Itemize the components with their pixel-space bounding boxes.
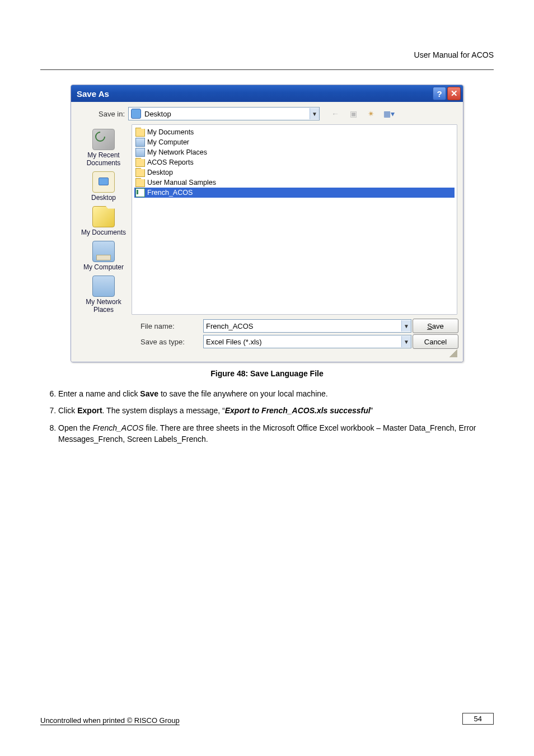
place-my-computer[interactable]: My Computer bbox=[78, 239, 129, 273]
place-my-documents[interactable]: My Documents bbox=[78, 204, 129, 239]
place-label: My Documents bbox=[81, 228, 126, 236]
file-list-item[interactable]: French_ACOS bbox=[134, 188, 455, 198]
filename-combobox[interactable]: French_ACOS ▼ bbox=[203, 319, 411, 333]
savetype-combobox[interactable]: Excel Files (*.xls) ▼ bbox=[203, 335, 411, 348]
file-list-item[interactable]: My Computer bbox=[134, 137, 455, 147]
chevron-down-icon[interactable]: ▼ bbox=[310, 108, 319, 119]
savein-combobox[interactable]: Desktop ▼ bbox=[128, 107, 320, 120]
instruction-step: Click Export. The system displays a mess… bbox=[58, 405, 494, 416]
folder-icon bbox=[135, 158, 145, 167]
instruction-list: Enter a name and click Save to save the … bbox=[45, 388, 494, 445]
chevron-down-icon[interactable]: ▼ bbox=[401, 336, 411, 347]
close-button[interactable]: ✕ bbox=[447, 87, 461, 100]
recent-docs-icon bbox=[92, 129, 115, 150]
place-label: My Computer bbox=[83, 263, 124, 271]
file-list-item[interactable]: Desktop bbox=[134, 167, 455, 178]
file-list-item-label: User Manual Samples bbox=[147, 179, 216, 186]
file-list-item-label: My Documents bbox=[147, 128, 194, 136]
file-list-item[interactable]: My Documents bbox=[134, 127, 455, 137]
network-icon bbox=[135, 148, 145, 157]
folder-icon bbox=[135, 168, 145, 177]
new-folder-icon[interactable]: ✴ bbox=[363, 106, 379, 121]
place-label: My Network Places bbox=[86, 298, 121, 314]
place-my-recent-documents[interactable]: My Recent Documents bbox=[78, 127, 129, 169]
place-label: My Recent Documents bbox=[87, 151, 121, 167]
dialog-titlebar: Save As ? ✕ bbox=[71, 85, 463, 102]
filename-value: French_ACOS bbox=[204, 322, 401, 330]
my-computer-icon bbox=[92, 241, 115, 262]
resize-grip-icon[interactable] bbox=[449, 349, 457, 357]
sysfolder-icon bbox=[135, 128, 145, 137]
savein-value: Desktop bbox=[143, 110, 310, 118]
file-list-item[interactable]: My Network Places bbox=[134, 147, 455, 157]
header-doc-title: User Manual for ACOS bbox=[40, 48, 494, 69]
figure-caption: Figure 48: Save Language File bbox=[40, 369, 494, 378]
places-bar: My Recent Documents Desktop My Documents… bbox=[76, 124, 132, 315]
document-page: User Manual for ACOS Save As ? ✕ Save in… bbox=[0, 0, 534, 756]
file-list-item[interactable]: ACOS Reports bbox=[134, 157, 455, 167]
desktop-icon bbox=[131, 109, 141, 119]
file-list-item-label: Desktop bbox=[147, 169, 173, 176]
dialog-title: Save As bbox=[77, 89, 432, 99]
save-button[interactable]: Save bbox=[413, 319, 458, 333]
cancel-button[interactable]: Cancel bbox=[413, 334, 458, 349]
file-list-item-label: My Network Places bbox=[147, 148, 207, 156]
place-label: Desktop bbox=[91, 194, 116, 202]
file-list-item-label: French_ACOS bbox=[147, 189, 193, 197]
chevron-down-icon[interactable]: ▼ bbox=[401, 320, 411, 332]
instruction-step: Enter a name and click Save to save the … bbox=[58, 388, 494, 399]
save-as-dialog: Save As ? ✕ Save in: Desktop ▼ ← ▣ ✴ ▦▾ bbox=[71, 85, 463, 362]
computer-icon bbox=[135, 138, 145, 147]
desktop-place-icon bbox=[92, 171, 115, 193]
file-list-item[interactable]: User Manual Samples bbox=[134, 178, 455, 188]
page-footer: Uncontrolled when printed © RISCO Group … bbox=[40, 713, 494, 725]
place-desktop[interactable]: Desktop bbox=[78, 169, 129, 204]
dialog-toolbar: ← ▣ ✴ ▦▾ bbox=[327, 106, 397, 121]
file-list[interactable]: My DocumentsMy ComputerMy Network Places… bbox=[132, 124, 457, 315]
savetype-label: Save as type: bbox=[132, 338, 203, 346]
page-number: 54 bbox=[462, 713, 494, 725]
folder-icon bbox=[135, 178, 145, 187]
dialog-body: Save in: Desktop ▼ ← ▣ ✴ ▦▾ My Re bbox=[71, 102, 463, 362]
footer-left-text: Uncontrolled when printed © RISCO Group bbox=[40, 716, 180, 725]
instruction-step: Open the French_ACOS file. There are thr… bbox=[58, 422, 494, 445]
place-my-network-places[interactable]: My Network Places bbox=[78, 273, 129, 316]
excelfile-icon bbox=[135, 188, 145, 197]
back-icon[interactable]: ← bbox=[327, 106, 343, 121]
savein-label: Save in: bbox=[76, 110, 128, 118]
savetype-value: Excel Files (*.xls) bbox=[204, 338, 401, 346]
views-menu-icon[interactable]: ▦▾ bbox=[381, 106, 397, 121]
my-documents-icon bbox=[92, 206, 115, 227]
help-button[interactable]: ? bbox=[433, 87, 446, 100]
my-network-places-icon bbox=[92, 276, 115, 297]
file-list-item-label: ACOS Reports bbox=[147, 158, 194, 166]
file-list-item-label: My Computer bbox=[147, 138, 189, 146]
up-one-level-icon[interactable]: ▣ bbox=[345, 106, 361, 121]
filename-label: File name: bbox=[132, 322, 203, 330]
